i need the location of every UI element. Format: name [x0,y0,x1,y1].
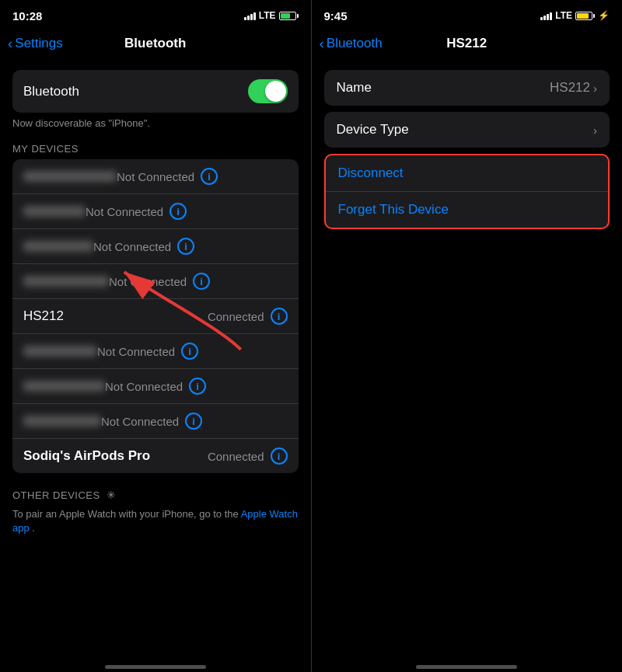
device-type-label: Device Type [337,122,409,138]
pair-text-2: . [32,522,35,534]
name-value-container: HS212 › [550,80,597,96]
nav-bar-right: ‹ Bluetooth HS212 [312,28,623,62]
hs212-device-name: HS212 [23,308,208,324]
name-value: HS212 [550,80,590,96]
device-name-blur [23,416,101,427]
battery-fill-left [281,13,291,19]
device-name-blur [23,381,105,392]
device-status: Not Connected [117,170,194,183]
content-left: Bluetooth Now discoverable as "iPhone". … [0,62,311,659]
battery-tip-right [593,14,595,18]
time-right: 9:45 [324,9,348,23]
forget-button[interactable]: Forget This Device [338,202,449,217]
info-button[interactable]: i [185,413,202,430]
name-chevron: › [593,82,597,95]
other-devices-header: OTHER DEVICES [12,489,100,501]
info-button[interactable]: i [181,343,198,360]
name-label: Name [337,80,372,96]
device-status: Not Connected [109,275,187,288]
status-bar-right: 9:45 LTE ⚡ [312,0,623,28]
signal-bars-left [244,11,256,20]
airpods-device-status: Connected [208,450,264,463]
device-name-blur [23,241,93,252]
home-indicator-left [105,665,206,669]
device-type-value: › [593,124,597,137]
page-title-left: Bluetooth [124,36,186,51]
airpods-device-row[interactable]: Sodiq's AirPods Pro Connected i [12,439,299,473]
info-button[interactable]: i [189,378,206,395]
device-type-section: Device Type › [324,112,610,148]
battery-left [279,12,299,20]
bar1 [540,17,543,20]
nav-bar-left: ‹ Settings Bluetooth [0,28,311,62]
device-row[interactable]: Not Connected i [12,334,299,369]
bar2 [247,16,250,20]
name-row[interactable]: Name HS212 › [324,70,610,106]
charging-icon: ⚡ [598,10,610,21]
info-button[interactable]: i [193,273,210,290]
hs212-device-row[interactable]: HS212 Connected i [12,299,299,334]
info-button[interactable]: i [169,203,187,220]
bar3 [250,14,253,20]
status-bar-left: 10:28 LTE [0,0,311,28]
battery-tip-left [297,14,299,18]
right-phone-screen: 9:45 LTE ⚡ ‹ Bluetooth HS212 [312,0,623,672]
device-row[interactable]: Not Connected i [12,159,299,194]
device-row[interactable]: Not Connected i [12,229,299,264]
info-button[interactable]: i [201,168,218,185]
status-icons-right: LTE ⚡ [540,10,610,21]
device-row[interactable]: Not Connected i [12,369,299,404]
discoverable-text: Now discoverable as "iPhone". [0,117,311,135]
device-row[interactable]: Not Connected i [12,194,299,229]
content-right: Name HS212 › Device Type › Disconnect Fo… [312,62,623,659]
toggle-knob [265,81,286,102]
left-phone-screen: 10:28 LTE ‹ Settings Bluetooth [0,0,311,672]
back-label-left: Settings [15,36,62,51]
battery-fill-right [577,13,589,19]
info-button[interactable]: i [177,238,194,255]
bar4 [550,12,552,20]
time-left: 10:28 [12,9,42,23]
page-title-right: HS212 [446,36,487,51]
airpods-info-button[interactable]: i [271,447,288,465]
bar2 [543,16,546,20]
device-name-blur [23,206,86,217]
bar1 [244,17,246,20]
forget-row[interactable]: Forget This Device [326,192,609,228]
device-type-row[interactable]: Device Type › [324,112,610,148]
signal-type-left: LTE [259,10,276,21]
disconnect-button[interactable]: Disconnect [338,165,404,180]
device-status: Not Connected [86,205,163,218]
bluetooth-toggle[interactable] [248,79,288,103]
bluetooth-label: Bluetooth [23,84,79,99]
signal-bars-right [540,11,552,20]
other-devices-header-row: OTHER DEVICES ✳ [12,489,299,501]
airpods-device-name: Sodiq's AirPods Pro [23,448,208,464]
device-status: Not Connected [93,240,171,253]
bluetooth-toggle-section: Bluetooth [12,70,299,113]
devices-list: Not Connected i Not Connected i Not Conn… [12,159,299,473]
disconnect-row[interactable]: Disconnect [326,155,609,192]
device-status: Not Connected [101,415,179,428]
name-section: Name HS212 › [324,70,610,106]
pair-text: To pair an Apple Watch with your iPhone,… [12,507,299,535]
home-indicator-right [416,665,517,669]
device-name-blur [23,276,109,287]
back-button-left[interactable]: ‹ Settings [8,35,63,52]
hs212-info-button[interactable]: i [271,308,288,325]
bluetooth-toggle-row: Bluetooth [23,70,288,113]
device-row[interactable]: Not Connected i [12,264,299,299]
back-button-right[interactable]: ‹ Bluetooth [320,35,383,52]
device-row[interactable]: Not Connected i [12,404,299,439]
bar3 [547,14,549,20]
scanning-spinner: ✳ [107,489,119,501]
device-status: Not Connected [97,345,175,358]
other-devices-section: OTHER DEVICES ✳ To pair an Apple Watch w… [0,489,311,535]
battery-right [575,12,595,20]
device-status: Not Connected [105,380,183,393]
bar4 [253,12,256,20]
back-label-right: Bluetooth [327,36,383,51]
status-icons-left: LTE [244,10,299,21]
back-chevron-left: ‹ [8,35,12,52]
back-chevron-right: ‹ [320,35,324,52]
